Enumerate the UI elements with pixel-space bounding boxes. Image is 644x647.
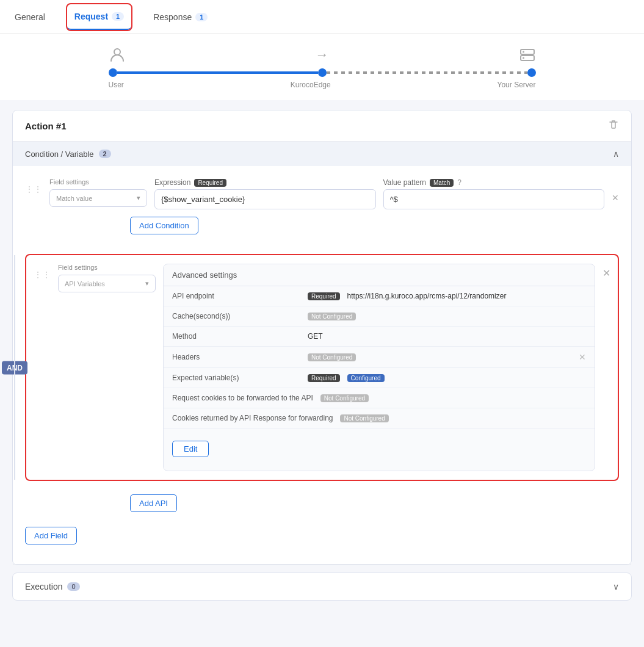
adv-row-cache: Cache(second(s)) Not Configured — [164, 306, 595, 327]
adv-cache-label: Cache(second(s)) — [172, 312, 300, 320]
add-api-button[interactable]: Add API — [130, 494, 177, 512]
field1-settings-label: Field settings — [49, 178, 147, 186]
field1-close-btn[interactable]: ✕ — [612, 178, 619, 203]
svg-point-0 — [114, 49, 120, 55]
adv-request-cookies-label: Request cookies to be forwarded to the A… — [172, 394, 313, 402]
add-condition-container: Add Condition — [25, 217, 619, 244]
tab-response-badge: 1 — [195, 13, 208, 21]
field2-settings-label: Field settings — [58, 264, 156, 271]
adv-expected-vars-label: Expected variable(s) — [172, 374, 300, 382]
field1-select-value: Match value — [56, 195, 92, 202]
execution-title: Execution 0 — [25, 582, 80, 591]
pipeline-arrow: → — [316, 47, 329, 63]
field1-select[interactable]: Match value ▾ — [49, 189, 147, 207]
pipeline-label-server: Your Server — [497, 81, 536, 89]
drag-handle-2[interactable]: ⋮⋮ — [34, 264, 51, 280]
action-header: Action #1 — [13, 110, 631, 142]
tab-request[interactable]: Request 1 — [67, 4, 131, 30]
field1-expr-label: Expression — [154, 178, 190, 187]
field1-expr-required-badge: Required — [194, 179, 226, 187]
tab-general[interactable]: General — [12, 1, 48, 33]
add-condition-button[interactable]: Add Condition — [130, 217, 198, 234]
condition-collapse-icon[interactable]: ∧ — [613, 149, 619, 159]
execution-expand-icon[interactable]: ∨ — [613, 582, 619, 591]
drag-handle-1[interactable]: ⋮⋮ — [25, 178, 42, 194]
tab-response[interactable]: Response 1 — [151, 1, 210, 33]
condition-header-left: Condition / Variable 2 — [25, 150, 111, 159]
adv-row-api-endpoint: API endpoint Required https://i18n.g.kur… — [164, 286, 595, 306]
action-title: Action #1 — [25, 121, 67, 131]
pipeline-user — [109, 46, 126, 63]
pipeline-label-user: User — [109, 81, 124, 89]
adv-expected-vars-configured: Configured — [347, 374, 385, 382]
adv-api-endpoint-label: API endpoint — [172, 292, 300, 300]
adv-method-label: Method — [172, 332, 300, 341]
adv-row-request-cookies: Request cookies to be forwarded to the A… — [164, 388, 595, 408]
value-pattern-help-icon[interactable]: ? — [457, 178, 461, 187]
adv-cookies-returned-badge: Not Configured — [340, 414, 388, 422]
condition-header[interactable]: Condition / Variable 2 ∧ — [13, 142, 631, 166]
adv-headers-label: Headers — [172, 353, 300, 361]
pipeline-line-gray — [327, 71, 527, 74]
field1-expr-input[interactable] — [154, 189, 376, 209]
execution-header[interactable]: Execution 0 ∨ — [13, 573, 631, 600]
tabs-bar: General Request 1 Response 1 — [0, 0, 644, 34]
add-api-container: Add API — [25, 488, 619, 512]
pipeline-dot-end — [527, 68, 536, 77]
adv-api-endpoint-value: https://i18n.g.kuroco.app/rcms-api/12/ra… — [347, 292, 586, 300]
pipeline-icons: → — [109, 46, 536, 63]
field1-value-pattern-label-row: Value pattern Match ? — [383, 178, 605, 187]
field2-select-arrow: ▾ — [145, 280, 149, 287]
field2-close-btn[interactable]: ✕ — [602, 264, 610, 279]
adv-request-cookies-badge: Not Configured — [320, 394, 369, 402]
add-field-button[interactable]: Add Field — [25, 527, 77, 544]
headers-close-icon[interactable]: ✕ — [579, 352, 586, 362]
adv-expected-vars-required: Required — [308, 374, 340, 382]
execution-label: Execution — [25, 582, 62, 591]
pipeline-dot-mid — [318, 68, 327, 77]
adv-cache-badge: Not Configured — [308, 313, 356, 320]
field2-select[interactable]: API Variables ▾ — [58, 275, 156, 292]
svg-point-4 — [523, 57, 524, 59]
pipeline-line-blue — [117, 71, 318, 74]
adv-cookies-returned-label: Cookies returned by API Response for for… — [172, 414, 333, 422]
field1-value-pattern-badge: Match — [430, 179, 454, 187]
adv-row-expected-vars: Expected variable(s) Required Configured — [164, 368, 595, 388]
adv-headers-badge: Not Configured — [308, 353, 356, 361]
tab-general-label: General — [15, 12, 45, 22]
pipeline-labels: User KurocoEdge Your Server — [109, 81, 536, 89]
field1-expr-label-row: Expression Required — [154, 178, 376, 187]
edit-button[interactable]: Edit — [172, 441, 209, 457]
fields-container: ⋮⋮ Field settings Match value ▾ Expres — [13, 166, 631, 527]
delete-action-icon[interactable] — [608, 119, 619, 132]
adv-row-headers: Headers Not Configured ✕ — [164, 347, 595, 368]
advanced-settings-card: Advanced settings API endpoint Required … — [163, 264, 595, 471]
field1-value-pattern-input[interactable] — [383, 189, 605, 209]
field-row-1: ⋮⋮ Field settings Match value ▾ Expres — [25, 178, 619, 209]
field2-select-value: API Variables — [65, 280, 105, 287]
execution-count-badge: 0 — [67, 582, 79, 591]
adv-method-value: GET — [308, 332, 586, 341]
adv-row-method: Method GET — [164, 327, 595, 347]
field1-expr-group: Expression Required — [154, 178, 376, 209]
field-settings-box-1: Field settings Match value ▾ — [49, 178, 147, 207]
pipeline: → User KurocoEdge Your Server — [0, 34, 644, 100]
adv-api-required-badge: Required — [308, 292, 340, 300]
field1-select-arrow: ▾ — [137, 194, 140, 202]
tab-response-label: Response — [153, 12, 192, 22]
pipeline-label-kuroco: KurocoEdge — [291, 81, 331, 89]
pipeline-server — [519, 46, 536, 63]
pipeline-dot-start — [109, 68, 117, 77]
execution-section: Execution 0 ∨ — [12, 573, 632, 601]
tab-request-label: Request — [74, 12, 108, 21]
field1-value-pattern-group: Value pattern Match ? — [383, 178, 605, 209]
adv-row-cookies-returned: Cookies returned by API Response for for… — [164, 408, 595, 428]
action-card: Action #1 Condition / Variable 2 ∧ ⋮⋮ — [12, 110, 632, 565]
condition-section: Condition / Variable 2 ∧ ⋮⋮ Field settin… — [13, 142, 631, 565]
field1-value-pattern-label: Value pattern — [383, 178, 427, 187]
field1-expr-row: Expression Required Value pattern Match … — [154, 178, 619, 209]
condition-count-badge: 2 — [99, 150, 111, 158]
field-row-2: AND ⋮⋮ Field settings API Variables ▾ — [25, 254, 619, 481]
advanced-settings-header: Advanced settings — [164, 264, 595, 286]
tab-request-badge: 1 — [112, 12, 124, 21]
